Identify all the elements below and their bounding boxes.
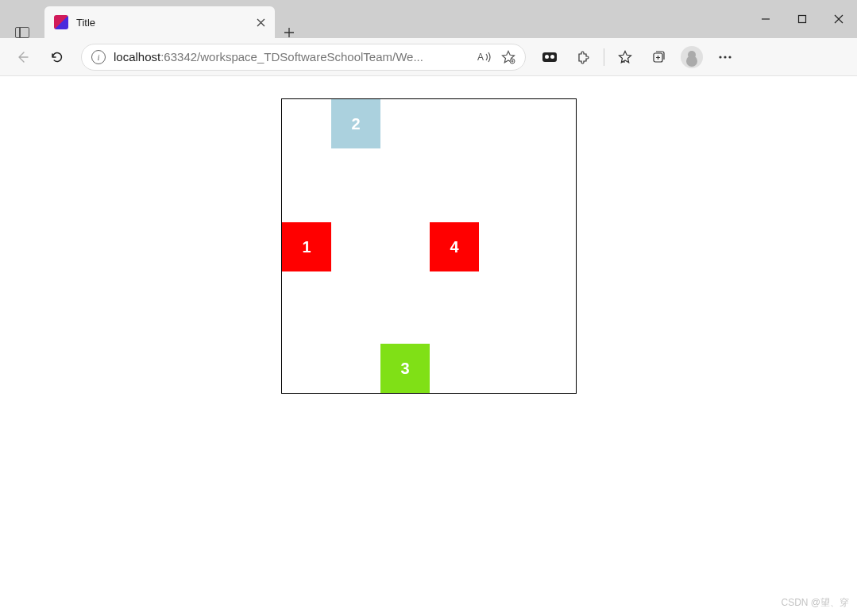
plus-icon [284,27,295,38]
tab-strip: Title [0,0,303,38]
page-content: 1 2 3 4 CSDN @望、穿 [0,76,857,616]
favorites-button[interactable] [609,41,641,73]
tab-actions-button[interactable] [0,27,44,38]
close-window-button[interactable] [820,0,857,38]
minimize-button[interactable] [747,0,784,38]
svg-point-5 [724,56,726,58]
avatar-icon [681,46,703,68]
site-info-icon[interactable]: i [91,50,106,64]
refresh-button[interactable] [41,41,73,73]
watermark-text: CSDN @望、穿 [781,596,849,610]
toolbar-separator [604,48,604,66]
svg-point-6 [728,56,731,58]
tab-close-button[interactable] [254,16,267,29]
maximize-icon [797,14,807,24]
favicon-icon [54,15,68,29]
tab-title: Title [76,17,246,29]
svg-point-4 [719,56,721,58]
url-path: :63342/workspace_TDSoftwareSchoolTeam/We… [160,50,423,64]
box-4: 4 [430,222,479,271]
collections-icon [651,50,666,64]
star-outline-icon [618,50,632,64]
close-icon [257,18,265,27]
extensions-button[interactable] [567,41,599,73]
minimize-icon [761,14,770,24]
url-text: localhost:63342/workspace_TDSoftwareScho… [114,50,469,64]
browser-tab[interactable]: Title [44,6,275,38]
read-aloud-button[interactable]: A [477,51,493,64]
close-icon [834,14,843,24]
new-tab-button[interactable] [275,27,303,38]
profile-button[interactable] [676,41,708,73]
ellipsis-icon [718,56,732,59]
url-host: localhost [114,50,160,64]
svg-rect-0 [799,16,806,23]
box-1: 1 [282,222,331,271]
window-titlebar: Title [0,0,857,38]
favorite-button[interactable] [501,50,515,64]
titlebar-drag-region [303,0,747,38]
maximize-button[interactable] [784,0,820,38]
extension-1-button[interactable] [534,41,566,73]
box-2: 2 [331,99,380,148]
arrow-left-icon [15,50,29,64]
box-3: 3 [380,344,430,393]
panel-icon [15,27,29,38]
puzzle-icon [576,50,590,64]
extension-icon [542,52,557,62]
toolbar-right [534,41,741,73]
address-bar[interactable]: i localhost:63342/workspace_TDSoftwareSc… [81,44,526,71]
star-icon [501,50,515,64]
browser-toolbar: i localhost:63342/workspace_TDSoftwareSc… [0,38,857,76]
back-button[interactable] [6,41,38,73]
collections-button[interactable] [643,41,674,73]
read-aloud-icon: A [477,51,493,64]
svg-text:A: A [477,52,484,63]
refresh-icon [50,50,64,64]
window-controls [747,0,857,38]
container-box: 1 2 3 4 [281,98,577,394]
menu-button[interactable] [709,41,741,73]
